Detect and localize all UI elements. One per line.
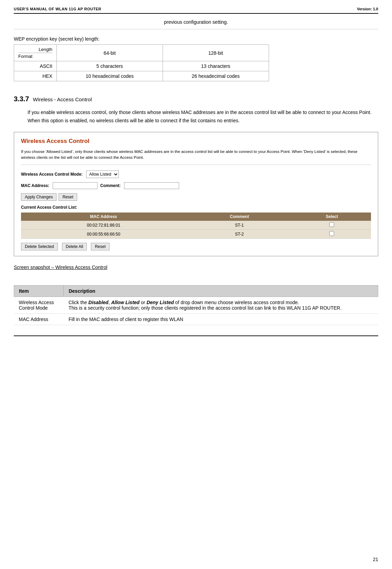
table-checkbox-2[interactable]	[329, 231, 334, 236]
table-select-1[interactable]	[293, 221, 371, 230]
wac-table-select-header: Select	[293, 213, 371, 221]
table-comment-2: ST-2	[186, 230, 292, 239]
wep-ascii-label: ASCII	[14, 61, 57, 71]
section-body: If you enable wireless access control, o…	[28, 108, 378, 125]
wac-access-table: MAC Address Comment Select 00:02:72:81:8…	[21, 213, 371, 239]
page-number: 21	[373, 557, 378, 562]
delete-all-button[interactable]: Delete All	[62, 243, 87, 250]
desc-item-mac: MAC Address	[14, 314, 64, 325]
header-right: Version: 1.0	[357, 7, 378, 11]
desc-row-mac: MAC Address Fill in the MAC address of c…	[14, 314, 378, 325]
desc-desc-mac: Fill in the MAC address of client to reg…	[64, 314, 378, 325]
table-row: 00:02:72:81:86:01 ST-1	[21, 221, 371, 230]
wac-mac-row: MAC Address: Comment:	[21, 182, 371, 189]
delete-selected-button[interactable]: Delete Selected	[21, 243, 58, 250]
table-checkbox-1[interactable]	[329, 222, 334, 227]
reset-button[interactable]: Reset	[59, 193, 77, 201]
wep-hex-128: 26 hexadecimal codes	[163, 71, 269, 81]
wep-title: WEP encryption key (secret key) length:	[14, 36, 378, 42]
header-left: USER'S MANUAL OF WLAN 11G AP ROUTER	[14, 7, 101, 11]
wac-mac-input[interactable]	[53, 182, 97, 189]
wac-mode-select[interactable]: Allow Listed Disabled Deny Listed	[86, 170, 119, 178]
wep-length-header: Length	[18, 47, 52, 52]
wac-box-title: Wireless Access Control	[21, 138, 371, 145]
wep-hex-64: 10 hexadecimal codes	[56, 71, 163, 81]
screen-caption: Screen snapshot – Wireless Access Contro…	[14, 265, 107, 270]
desc-row-wireless: Wireless AccessControl Mode Click the Di…	[14, 297, 378, 314]
wep-col1-header: 64-bit	[56, 45, 163, 61]
wac-table-mac-header: MAC Address	[21, 213, 186, 221]
wac-mode-label: Wireless Access Control Mode:	[21, 172, 83, 177]
wep-col2-header: 128-bit	[163, 45, 269, 61]
table-select-2[interactable]	[293, 230, 371, 239]
section-title: Wireless - Access Control	[33, 96, 92, 102]
wac-mode-row: Wireless Access Control Mode: Allow List…	[21, 170, 371, 178]
wep-ascii-64: 5 characters	[56, 61, 163, 71]
page-header: USER'S MANUAL OF WLAN 11G AP ROUTER Vers…	[14, 7, 378, 14]
wep-hex-label: HEX	[14, 71, 57, 81]
reset-bottom-button[interactable]: Reset	[91, 243, 109, 250]
wac-table-comment-header: Comment	[186, 213, 292, 221]
desc-desc-wireless: Click the Disabled, Allow Listed or Deny…	[64, 297, 378, 314]
footer-line	[14, 335, 378, 338]
apply-changes-button[interactable]: Apply Changes	[21, 193, 56, 201]
wac-bottom-btns: Delete Selected Delete All Reset	[21, 243, 371, 250]
table-comment-1: ST-1	[186, 221, 292, 230]
table-row: 00:00:55:66:66:50 ST-2	[21, 230, 371, 239]
wac-description: If you choose 'Allowed Listed', only tho…	[21, 149, 371, 165]
current-list-label: Current Access Control List:	[21, 205, 371, 210]
wep-format-header: Format	[18, 53, 52, 59]
wac-box: Wireless Access Control If you choose 'A…	[14, 132, 378, 257]
wep-ascii-128: 13 characters	[163, 61, 269, 71]
wac-mac-label: MAC Address:	[21, 183, 49, 188]
section-heading: 3.3.7 Wireless - Access Control	[14, 95, 378, 103]
table-mac-1: 00:02:72:81:86:01	[21, 221, 186, 230]
section-number: 3.3.7	[14, 95, 29, 103]
desc-description-header: Description	[64, 286, 378, 297]
table-mac-2: 00:00:55:66:66:50	[21, 230, 186, 239]
desc-table: Item Description Wireless AccessControl …	[14, 285, 378, 325]
prev-config-text: previous configuration setting.	[14, 19, 378, 29]
wac-apply-row: Apply Changes Reset	[21, 193, 371, 201]
wep-table: Length Format 64-bit 128-bit ASCII 5 cha…	[14, 44, 269, 81]
desc-item-wireless: Wireless AccessControl Mode	[14, 297, 64, 314]
wac-comment-label: Comment:	[100, 183, 121, 188]
wep-section: WEP encryption key (secret key) length: …	[14, 36, 378, 81]
desc-item-header: Item	[14, 286, 64, 297]
wac-comment-input[interactable]	[124, 182, 179, 189]
